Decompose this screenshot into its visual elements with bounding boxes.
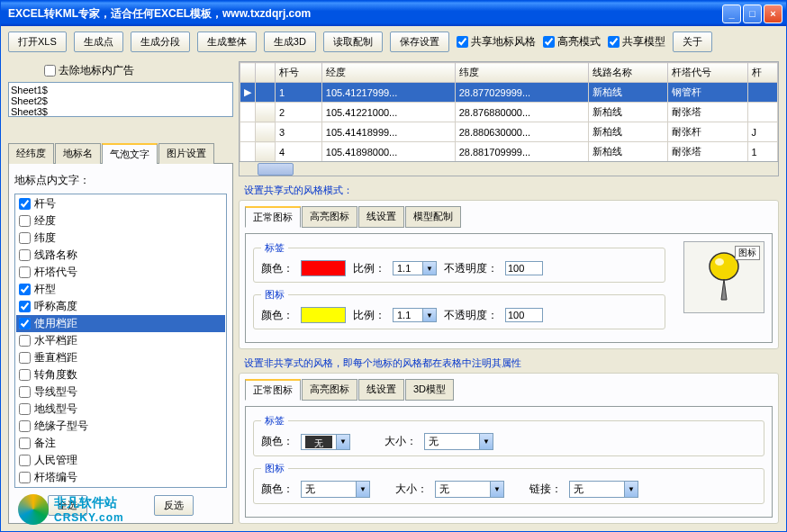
icon-color-swatch[interactable] <box>301 307 346 323</box>
invert-button[interactable]: 反选 <box>154 495 194 516</box>
titlebar: EXCEL转KML专家，适合任何EXCEL模板，www.txzdqrj.com … <box>1 1 786 26</box>
svg-point-1 <box>715 258 724 266</box>
sheet-item[interactable]: Sheet2$ <box>11 95 231 106</box>
list-item[interactable]: 导线型号 <box>16 383 225 401</box>
list-item[interactable]: 人民管理 <box>16 452 225 469</box>
ns-icon-link-dropdown[interactable]: 无▼ <box>569 481 638 498</box>
chevron-down-icon: ▼ <box>422 309 436 321</box>
label-opacity-input[interactable] <box>505 261 543 275</box>
read-config-button[interactable]: 读取配制 <box>323 32 383 52</box>
table-row[interactable]: 4105.41898000...28.881709999...新柏线耐张塔1 <box>240 142 778 162</box>
gen-whole-button[interactable]: 生成整体 <box>197 32 257 52</box>
chevron-down-icon: ▼ <box>336 435 349 449</box>
ns-label-color-dropdown[interactable]: 无▼ <box>301 434 350 450</box>
window-title: EXCEL转KML专家，适合任何EXCEL模板，www.txzdqrj.com <box>5 6 722 22</box>
list-item[interactable]: 绝缘子型号 <box>16 418 225 435</box>
nonshared-icon-legend: 图标 <box>261 462 288 475</box>
save-settings-button[interactable]: 保存设置 <box>390 32 449 52</box>
list-item[interactable]: 转角度数 <box>16 366 225 383</box>
list-item[interactable]: 地线型号 <box>16 401 225 418</box>
subtab[interactable]: 3D模型 <box>405 379 454 401</box>
list-item[interactable]: 水平档距 <box>16 332 225 349</box>
nonshared-label-legend: 标签 <box>261 414 288 428</box>
icon-ratio-dropdown[interactable]: 1.1▼ <box>393 308 437 322</box>
subtab[interactable]: 线设置 <box>358 379 404 401</box>
column-header[interactable]: 线路名称 <box>588 63 668 83</box>
list-item[interactable]: 备注 <box>16 435 225 452</box>
label-color-swatch[interactable] <box>301 260 346 276</box>
grid-h-scrollbar[interactable] <box>240 161 778 176</box>
open-xls-button[interactable]: 打开XLS <box>8 32 67 52</box>
column-header[interactable]: 杆 <box>747 63 777 83</box>
remove-ad-checkbox[interactable]: 去除地标内广告 <box>44 63 233 78</box>
tab-1[interactable]: 地标名 <box>55 143 101 164</box>
icon-preview-button[interactable]: 图标 <box>683 241 764 313</box>
maximize-button[interactable]: □ <box>743 5 762 23</box>
tab-0[interactable]: 经纬度 <box>8 143 54 164</box>
subtab[interactable]: 线设置 <box>358 206 404 228</box>
table-row[interactable]: ▶1105.41217999...28.877029999...新柏线钢管杆 <box>240 83 778 103</box>
table-row[interactable]: 2105.41221000...28.876880000...新柏线耐张塔 <box>240 103 778 122</box>
list-item[interactable]: 呼称高度 <box>16 298 225 315</box>
gen-3d-button[interactable]: 生成3D <box>264 32 316 52</box>
list-item[interactable]: 杆塔编号 <box>16 469 225 486</box>
shared-style-title: 设置共享式的风格模式： <box>244 184 779 197</box>
subtab[interactable]: 正常图标 <box>245 379 301 401</box>
watermark-logo: 非凡软件站 CRSKY.com <box>18 494 124 525</box>
column-header[interactable]: 纬度 <box>455 63 588 83</box>
tab-2[interactable]: 气泡文字 <box>102 143 158 164</box>
check-list[interactable]: 杆号经度纬度线路名称杆塔代号杆型呼称高度使用档距水平档距垂直档距转角度数导线型号… <box>14 194 227 488</box>
minimize-button[interactable]: _ <box>722 5 741 23</box>
list-item[interactable]: 纬度 <box>16 230 225 247</box>
table-row[interactable]: 3105.41418999...28.880630000...新柏线耐张杆J <box>240 122 778 142</box>
subtab[interactable]: 模型配制 <box>405 206 461 228</box>
subtab[interactable]: 高亮图标 <box>302 206 357 228</box>
shared-tabs: 正常图标高亮图标线设置模型配制 <box>245 206 773 228</box>
ns-icon-color-dropdown[interactable]: 无▼ <box>301 481 370 498</box>
chevron-down-icon: ▼ <box>479 434 493 449</box>
left-tabs: 经纬度地标名气泡文字图片设置 <box>8 142 233 164</box>
sheet-item[interactable]: Sheet3$ <box>11 106 231 117</box>
logo-swirl-icon <box>18 494 49 525</box>
column-header[interactable]: 杆号 <box>276 63 322 83</box>
icon-opacity-input[interactable] <box>505 308 543 322</box>
gen-points-button[interactable]: 生成点 <box>74 32 123 52</box>
column-header[interactable]: 经度 <box>321 63 455 83</box>
list-item[interactable]: 杆型 <box>16 281 225 298</box>
list-item[interactable]: 垂直档距 <box>16 349 225 366</box>
list-item[interactable]: 线路名称 <box>16 247 225 264</box>
list-item[interactable]: 经度 <box>16 212 225 230</box>
toolbar: 打开XLS 生成点 生成分段 生成整体 生成3D 读取配制 保存设置 共享地标风… <box>1 26 786 58</box>
list-item[interactable]: 使用档距 <box>16 315 225 332</box>
nonshared-tabs: 正常图标高亮图标线设置3D模型 <box>245 379 773 401</box>
data-grid[interactable]: 杆号经度纬度线路名称杆塔代号杆▶1105.41217999...28.87702… <box>239 61 779 176</box>
point-text-label: 地标点内文字： <box>14 173 227 188</box>
gen-segments-button[interactable]: 生成分段 <box>131 32 190 52</box>
share-landmark-checkbox[interactable]: 共享地标风格 <box>457 34 536 50</box>
chevron-down-icon: ▼ <box>422 262 436 275</box>
list-item[interactable]: 杆塔代号 <box>16 264 225 281</box>
list-item[interactable]: 杆号 <box>16 195 225 212</box>
sheet-item[interactable]: Sheet1$ <box>11 85 231 95</box>
shared-label-legend: 标签 <box>261 241 288 255</box>
about-button[interactable]: 关于 <box>673 32 712 52</box>
label-ratio-dropdown[interactable]: 1.1▼ <box>393 261 437 275</box>
subtab[interactable]: 高亮图标 <box>302 379 357 401</box>
column-header[interactable]: 杆塔代号 <box>668 63 748 83</box>
sheet-list[interactable]: Sheet1$Sheet2$Sheet3$ <box>8 82 233 117</box>
chevron-down-icon: ▼ <box>490 482 503 497</box>
nonshared-style-title: 设置非共享式的风格，即每个地标的风格都在表格中注明其属性 <box>244 356 779 370</box>
highlight-mode-checkbox[interactable]: 高亮模式 <box>543 34 601 50</box>
chevron-down-icon: ▼ <box>356 482 369 497</box>
chevron-down-icon: ▼ <box>624 482 638 497</box>
close-button[interactable]: × <box>764 5 782 23</box>
share-model-checkbox[interactable]: 共享模型 <box>608 34 665 50</box>
shared-icon-legend: 图标 <box>261 288 288 302</box>
ns-label-size-dropdown[interactable]: 无▼ <box>424 433 493 450</box>
ns-icon-size-dropdown[interactable]: 无▼ <box>435 481 504 498</box>
subtab[interactable]: 正常图标 <box>245 206 301 228</box>
tab-3[interactable]: 图片设置 <box>158 143 214 164</box>
